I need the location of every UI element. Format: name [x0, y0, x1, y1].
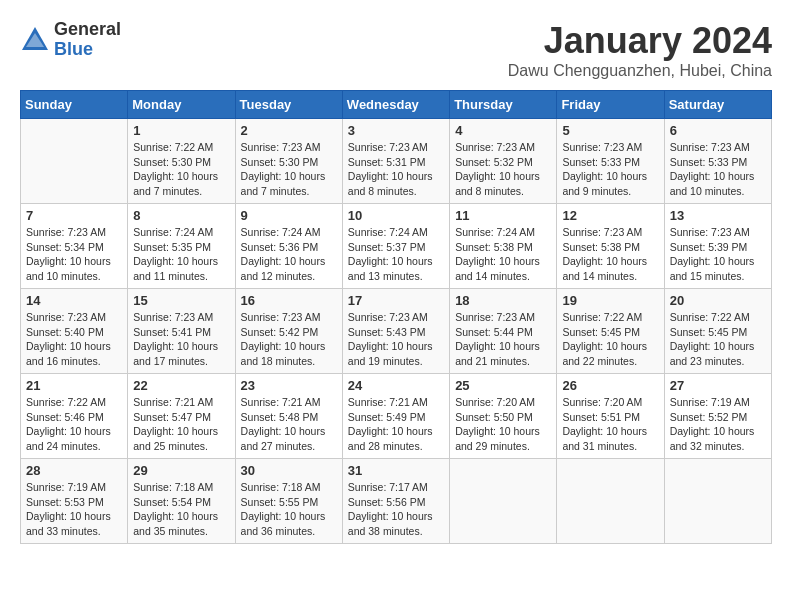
day-info: Sunrise: 7:24 AM Sunset: 5:37 PM Dayligh… — [348, 225, 444, 284]
day-number: 22 — [133, 378, 229, 393]
weekday-header-thursday: Thursday — [450, 91, 557, 119]
empty-cell — [664, 459, 771, 544]
day-number: 9 — [241, 208, 337, 223]
calendar-day-4: 4Sunrise: 7:23 AM Sunset: 5:32 PM Daylig… — [450, 119, 557, 204]
day-number: 24 — [348, 378, 444, 393]
calendar-day-7: 7Sunrise: 7:23 AM Sunset: 5:34 PM Daylig… — [21, 204, 128, 289]
calendar-subtitle: Dawu Chengguanzhen, Hubei, China — [508, 62, 772, 80]
calendar-day-24: 24Sunrise: 7:21 AM Sunset: 5:49 PM Dayli… — [342, 374, 449, 459]
weekday-header-monday: Monday — [128, 91, 235, 119]
day-info: Sunrise: 7:23 AM Sunset: 5:39 PM Dayligh… — [670, 225, 766, 284]
calendar-day-25: 25Sunrise: 7:20 AM Sunset: 5:50 PM Dayli… — [450, 374, 557, 459]
day-number: 30 — [241, 463, 337, 478]
day-number: 4 — [455, 123, 551, 138]
day-info: Sunrise: 7:23 AM Sunset: 5:42 PM Dayligh… — [241, 310, 337, 369]
day-info: Sunrise: 7:21 AM Sunset: 5:48 PM Dayligh… — [241, 395, 337, 454]
calendar-day-18: 18Sunrise: 7:23 AM Sunset: 5:44 PM Dayli… — [450, 289, 557, 374]
calendar-day-27: 27Sunrise: 7:19 AM Sunset: 5:52 PM Dayli… — [664, 374, 771, 459]
day-info: Sunrise: 7:23 AM Sunset: 5:31 PM Dayligh… — [348, 140, 444, 199]
day-info: Sunrise: 7:17 AM Sunset: 5:56 PM Dayligh… — [348, 480, 444, 539]
calendar-day-12: 12Sunrise: 7:23 AM Sunset: 5:38 PM Dayli… — [557, 204, 664, 289]
day-number: 15 — [133, 293, 229, 308]
empty-cell — [557, 459, 664, 544]
day-info: Sunrise: 7:22 AM Sunset: 5:46 PM Dayligh… — [26, 395, 122, 454]
calendar-day-15: 15Sunrise: 7:23 AM Sunset: 5:41 PM Dayli… — [128, 289, 235, 374]
day-number: 8 — [133, 208, 229, 223]
logo-blue: Blue — [54, 40, 121, 60]
calendar-week-1: 1Sunrise: 7:22 AM Sunset: 5:30 PM Daylig… — [21, 119, 772, 204]
calendar-day-14: 14Sunrise: 7:23 AM Sunset: 5:40 PM Dayli… — [21, 289, 128, 374]
day-number: 17 — [348, 293, 444, 308]
calendar-day-13: 13Sunrise: 7:23 AM Sunset: 5:39 PM Dayli… — [664, 204, 771, 289]
calendar-day-31: 31Sunrise: 7:17 AM Sunset: 5:56 PM Dayli… — [342, 459, 449, 544]
day-number: 11 — [455, 208, 551, 223]
calendar-day-8: 8Sunrise: 7:24 AM Sunset: 5:35 PM Daylig… — [128, 204, 235, 289]
day-info: Sunrise: 7:23 AM Sunset: 5:44 PM Dayligh… — [455, 310, 551, 369]
weekday-header-row: SundayMondayTuesdayWednesdayThursdayFrid… — [21, 91, 772, 119]
day-info: Sunrise: 7:23 AM Sunset: 5:33 PM Dayligh… — [562, 140, 658, 199]
title-section: January 2024 Dawu Chengguanzhen, Hubei, … — [508, 20, 772, 80]
calendar-day-19: 19Sunrise: 7:22 AM Sunset: 5:45 PM Dayli… — [557, 289, 664, 374]
calendar-day-17: 17Sunrise: 7:23 AM Sunset: 5:43 PM Dayli… — [342, 289, 449, 374]
day-number: 28 — [26, 463, 122, 478]
day-info: Sunrise: 7:24 AM Sunset: 5:38 PM Dayligh… — [455, 225, 551, 284]
calendar-day-2: 2Sunrise: 7:23 AM Sunset: 5:30 PM Daylig… — [235, 119, 342, 204]
day-info: Sunrise: 7:24 AM Sunset: 5:35 PM Dayligh… — [133, 225, 229, 284]
day-number: 20 — [670, 293, 766, 308]
day-info: Sunrise: 7:21 AM Sunset: 5:47 PM Dayligh… — [133, 395, 229, 454]
day-number: 29 — [133, 463, 229, 478]
calendar-day-21: 21Sunrise: 7:22 AM Sunset: 5:46 PM Dayli… — [21, 374, 128, 459]
calendar-header: SundayMondayTuesdayWednesdayThursdayFrid… — [21, 91, 772, 119]
day-info: Sunrise: 7:23 AM Sunset: 5:33 PM Dayligh… — [670, 140, 766, 199]
day-info: Sunrise: 7:23 AM Sunset: 5:38 PM Dayligh… — [562, 225, 658, 284]
page-header: General Blue January 2024 Dawu Chengguan… — [20, 20, 772, 80]
day-number: 21 — [26, 378, 122, 393]
day-info: Sunrise: 7:23 AM Sunset: 5:43 PM Dayligh… — [348, 310, 444, 369]
calendar-week-3: 14Sunrise: 7:23 AM Sunset: 5:40 PM Dayli… — [21, 289, 772, 374]
logo-general: General — [54, 20, 121, 40]
calendar-day-10: 10Sunrise: 7:24 AM Sunset: 5:37 PM Dayli… — [342, 204, 449, 289]
day-number: 25 — [455, 378, 551, 393]
calendar-day-1: 1Sunrise: 7:22 AM Sunset: 5:30 PM Daylig… — [128, 119, 235, 204]
day-info: Sunrise: 7:20 AM Sunset: 5:51 PM Dayligh… — [562, 395, 658, 454]
calendar-title: January 2024 — [508, 20, 772, 62]
day-number: 12 — [562, 208, 658, 223]
logo-icon — [20, 25, 50, 55]
day-number: 16 — [241, 293, 337, 308]
calendar-day-28: 28Sunrise: 7:19 AM Sunset: 5:53 PM Dayli… — [21, 459, 128, 544]
day-number: 6 — [670, 123, 766, 138]
day-info: Sunrise: 7:22 AM Sunset: 5:45 PM Dayligh… — [670, 310, 766, 369]
day-number: 19 — [562, 293, 658, 308]
day-number: 27 — [670, 378, 766, 393]
day-info: Sunrise: 7:23 AM Sunset: 5:32 PM Dayligh… — [455, 140, 551, 199]
day-number: 10 — [348, 208, 444, 223]
calendar-week-4: 21Sunrise: 7:22 AM Sunset: 5:46 PM Dayli… — [21, 374, 772, 459]
day-info: Sunrise: 7:18 AM Sunset: 5:54 PM Dayligh… — [133, 480, 229, 539]
calendar-body: 1Sunrise: 7:22 AM Sunset: 5:30 PM Daylig… — [21, 119, 772, 544]
empty-cell — [21, 119, 128, 204]
day-number: 31 — [348, 463, 444, 478]
weekday-header-friday: Friday — [557, 91, 664, 119]
day-number: 13 — [670, 208, 766, 223]
day-number: 18 — [455, 293, 551, 308]
calendar-day-9: 9Sunrise: 7:24 AM Sunset: 5:36 PM Daylig… — [235, 204, 342, 289]
day-number: 5 — [562, 123, 658, 138]
calendar-day-30: 30Sunrise: 7:18 AM Sunset: 5:55 PM Dayli… — [235, 459, 342, 544]
day-info: Sunrise: 7:22 AM Sunset: 5:45 PM Dayligh… — [562, 310, 658, 369]
weekday-header-saturday: Saturday — [664, 91, 771, 119]
logo-text: General Blue — [54, 20, 121, 60]
day-info: Sunrise: 7:19 AM Sunset: 5:52 PM Dayligh… — [670, 395, 766, 454]
day-info: Sunrise: 7:21 AM Sunset: 5:49 PM Dayligh… — [348, 395, 444, 454]
weekday-header-tuesday: Tuesday — [235, 91, 342, 119]
day-info: Sunrise: 7:23 AM Sunset: 5:40 PM Dayligh… — [26, 310, 122, 369]
day-info: Sunrise: 7:24 AM Sunset: 5:36 PM Dayligh… — [241, 225, 337, 284]
day-info: Sunrise: 7:23 AM Sunset: 5:30 PM Dayligh… — [241, 140, 337, 199]
calendar-day-20: 20Sunrise: 7:22 AM Sunset: 5:45 PM Dayli… — [664, 289, 771, 374]
day-info: Sunrise: 7:18 AM Sunset: 5:55 PM Dayligh… — [241, 480, 337, 539]
day-number: 1 — [133, 123, 229, 138]
calendar-day-11: 11Sunrise: 7:24 AM Sunset: 5:38 PM Dayli… — [450, 204, 557, 289]
logo: General Blue — [20, 20, 121, 60]
calendar-day-26: 26Sunrise: 7:20 AM Sunset: 5:51 PM Dayli… — [557, 374, 664, 459]
day-number: 23 — [241, 378, 337, 393]
day-number: 14 — [26, 293, 122, 308]
